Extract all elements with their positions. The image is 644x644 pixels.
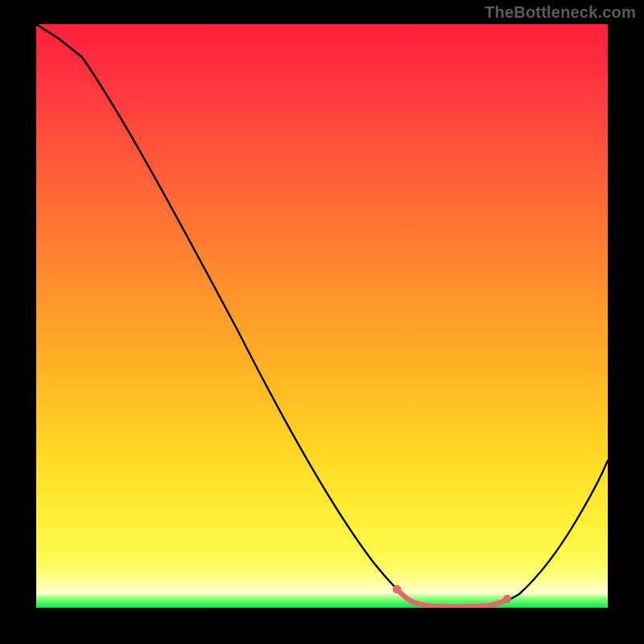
plot-area bbox=[36, 24, 608, 608]
optimal-range-highlight bbox=[397, 589, 507, 607]
chart-frame: TheBottleneck.com bbox=[0, 0, 644, 644]
highlight-start-dot bbox=[393, 585, 401, 593]
bottleneck-curve-line bbox=[36, 24, 608, 606]
plot-svg bbox=[36, 24, 608, 608]
highlight-end-dot bbox=[503, 595, 511, 603]
watermark-text: TheBottleneck.com bbox=[485, 3, 636, 22]
